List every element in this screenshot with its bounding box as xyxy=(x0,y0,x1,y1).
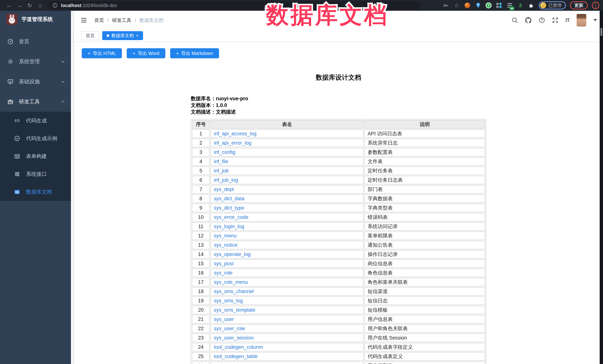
table-name-link[interactable]: sys_sms_log xyxy=(214,298,243,303)
table-name-link[interactable]: tool_codegen_column xyxy=(214,344,263,350)
table-name-link[interactable]: sys_post xyxy=(214,261,234,266)
table-row: 6 inf_job_log 定时任务日志表 xyxy=(192,176,485,184)
table-name-link[interactable]: sys_menu xyxy=(214,233,237,239)
table-name-link[interactable]: sys_role xyxy=(214,270,232,276)
table-name-link[interactable]: inf_api_access_log xyxy=(214,131,256,136)
row-index: 15 xyxy=(192,259,210,268)
app-logo[interactable]: 芋道管理系统 xyxy=(0,11,71,28)
back-icon[interactable]: ← xyxy=(4,1,14,10)
table-name-link[interactable]: sys_role_menu xyxy=(214,279,248,285)
sidebar-item-form-builder[interactable]: 表单构建 xyxy=(0,147,71,165)
table-row: 5 inf_job 定时任务表 xyxy=(192,166,485,175)
table-name-link[interactable]: sys_dept xyxy=(214,187,234,192)
table-row: 4 inf_file 文件表 xyxy=(192,157,485,166)
row-index: 1 xyxy=(192,129,210,138)
table-name-link[interactable]: inf_file xyxy=(214,159,228,164)
scrollbar-thumb[interactable] xyxy=(600,28,602,36)
table-row: 19 sys_sms_log 短信日志 xyxy=(192,297,485,305)
tab-close-icon[interactable]: × xyxy=(136,33,139,38)
export-markdown-button[interactable]: + 导出 Markdown xyxy=(170,48,219,58)
sidebar-item-label: 系统管理 xyxy=(19,58,55,65)
tab-db-doc[interactable]: 数据库文档 × xyxy=(102,31,143,40)
key-icon[interactable] xyxy=(442,2,449,9)
table-row: 23 sys_user_session 用户在线 Session xyxy=(192,333,485,342)
address-bar[interactable]: localhost:1024/tool/db-doc xyxy=(47,1,421,10)
fullscreen-icon[interactable] xyxy=(552,17,558,23)
table-name-link[interactable]: sys_notice xyxy=(214,242,238,248)
breadcrumb-home[interactable]: 首页 xyxy=(94,17,104,23)
forward-icon[interactable]: → xyxy=(14,1,24,10)
extensions-puzzle-icon[interactable] xyxy=(528,2,535,9)
green-2-extension-icon[interactable]: 2 xyxy=(517,2,524,9)
meta-doc-desc: 文档描述：文档描述 xyxy=(191,109,486,115)
export-word-button[interactable]: + 导出 Word xyxy=(127,48,165,58)
db-table-icon xyxy=(14,189,20,195)
orange-ball-extension-icon[interactable] xyxy=(464,2,471,9)
profile-paused-chip[interactable]: 已暂停 xyxy=(539,1,566,10)
sidebar-scrollbar[interactable] xyxy=(71,11,74,364)
table-name-link[interactable]: sys_user_session xyxy=(214,335,254,341)
table-name-link[interactable]: inf_config xyxy=(214,149,235,155)
font-size-icon[interactable]: tT xyxy=(566,17,569,23)
tab-label: 首页 xyxy=(86,33,95,39)
browser-menu-kebab-icon[interactable] xyxy=(592,2,599,9)
table-name-link[interactable]: sys_user_role xyxy=(214,326,245,331)
reload-icon[interactable]: ↻ xyxy=(24,1,35,10)
table-name-link[interactable]: sys_user xyxy=(214,317,234,322)
meta-doc-version: 文档版本：1.0.0 xyxy=(191,102,486,109)
green-y-extension-icon[interactable]: Y xyxy=(486,2,492,8)
sidebar-item-system[interactable]: 系统管理 xyxy=(0,52,71,72)
sidebar-item-db-doc[interactable]: 数据库文档 xyxy=(0,183,71,201)
table-name-link[interactable]: tool_test_demo xyxy=(214,363,248,364)
sidebar-item-home[interactable]: 首页 xyxy=(0,32,71,52)
sidebar-item-label: 首页 xyxy=(19,38,65,45)
table-description: 操作日志记录 xyxy=(364,250,485,259)
sidebar-item-infra[interactable]: 基础设施 xyxy=(0,72,71,92)
help-icon[interactable] xyxy=(539,17,545,23)
table-name-link[interactable]: inf_api_error_log xyxy=(214,140,252,146)
table-description: 参数配置表 xyxy=(364,148,485,156)
site-info-icon[interactable] xyxy=(52,3,58,8)
column-header-table-name: 表名 xyxy=(210,120,364,129)
pin-extension-icon[interactable] xyxy=(475,2,482,9)
table-name-link[interactable]: sys_login_log xyxy=(214,224,244,229)
sidebar: 芋道管理系统 首页 系统管理 xyxy=(0,11,71,364)
user-avatar[interactable] xyxy=(577,14,586,27)
chevron-down-icon[interactable] xyxy=(593,19,597,22)
sidebar-item-api[interactable]: 系统接口 xyxy=(0,165,71,183)
table-name-link[interactable]: sys_dict_type xyxy=(214,205,244,211)
list-on-extension-icon[interactable]: on xyxy=(506,2,513,9)
home-icon[interactable]: ⌂ xyxy=(35,1,45,10)
row-index: 13 xyxy=(192,241,210,249)
table-row: 2 inf_api_error_log 系统异常日志 xyxy=(192,139,485,147)
sidebar-item-codegen[interactable]: 代码生成 xyxy=(0,112,71,130)
table-name-link[interactable]: sys_dict_data xyxy=(214,196,244,201)
table-name-link[interactable]: sys_sms_template xyxy=(214,307,255,313)
table-name-link[interactable]: inf_job_log xyxy=(214,177,238,183)
row-index: 2 xyxy=(192,139,210,147)
sidebar-item-codegen-demo[interactable]: 代码生成示例 xyxy=(0,130,71,147)
table-name-link[interactable]: sys_operate_log xyxy=(214,252,251,257)
url-text: localhost:1024/tool/db-doc xyxy=(61,3,117,8)
table-name-link[interactable]: inf_job xyxy=(214,168,229,174)
table-name-link[interactable]: tool_codegen_table xyxy=(214,353,258,359)
menu-fold-icon[interactable] xyxy=(78,15,89,25)
button-label: 导出 Word xyxy=(138,50,159,56)
row-index: 21 xyxy=(192,315,210,323)
github-icon[interactable] xyxy=(525,17,532,23)
table-name-link[interactable]: sys_error_code xyxy=(214,214,248,220)
table-name-link[interactable]: sys_sms_channel xyxy=(214,289,254,294)
blocks-extension-icon[interactable] xyxy=(496,2,502,9)
update-button[interactable]: 更新 xyxy=(570,1,588,10)
sidebar-item-devtools[interactable]: 研发工具 xyxy=(0,92,71,112)
export-html-button[interactable]: + 导出 HTML xyxy=(82,48,122,58)
table-description: 代码生成表字段定义 xyxy=(364,343,485,351)
table-description: 文件表 xyxy=(364,157,485,166)
breadcrumb-devtools[interactable]: 研发工具 xyxy=(112,17,131,23)
bookmark-star-icon[interactable]: ☆ xyxy=(453,2,460,9)
row-index: 3 xyxy=(192,148,210,156)
search-icon[interactable] xyxy=(512,17,518,23)
table-description: 定时任务日志表 xyxy=(364,176,485,184)
tab-home[interactable]: 首页 xyxy=(81,31,99,40)
page-scrollbar[interactable] xyxy=(600,11,603,364)
